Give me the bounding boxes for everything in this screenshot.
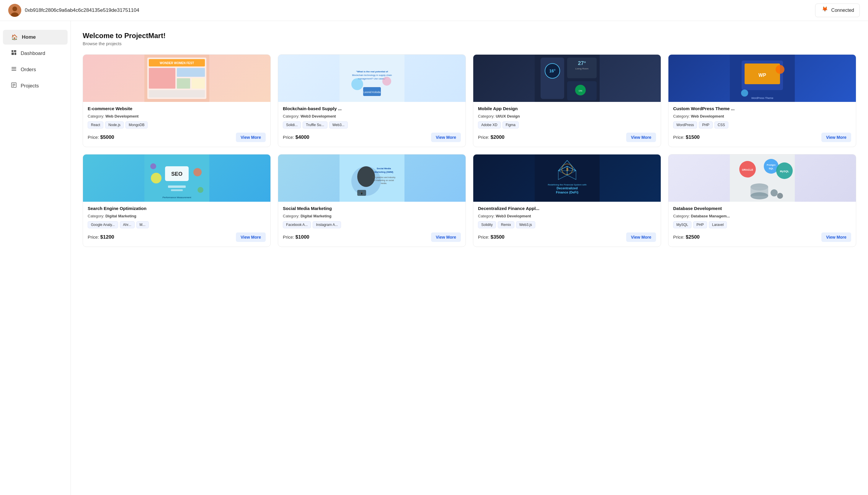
body-wrap: 🏠 Home Dashboard Ord — [0, 21, 868, 495]
project-tag: WordPress — [673, 121, 697, 129]
project-tag: Solidity — [478, 221, 496, 228]
view-more-button[interactable]: View More — [431, 233, 461, 242]
svg-rect-55 — [168, 186, 186, 188]
project-tag: CSS — [714, 121, 728, 129]
project-category: Category: Web Development — [673, 114, 851, 118]
project-tags: Facebook A...Instagram A... — [283, 221, 461, 228]
sidebar-item-dashboard[interactable]: Dashboard — [3, 46, 68, 61]
project-card: Redefining the Financial System with Dec… — [473, 154, 661, 247]
svg-point-89 — [770, 189, 778, 197]
project-image: ORACLE Postgre SQL MySQL — [669, 154, 856, 202]
svg-text:Postgre: Postgre — [767, 164, 776, 166]
project-category: Category: Web3 Development — [283, 114, 461, 118]
svg-text:27°: 27° — [578, 60, 586, 66]
home-icon: 🏠 — [11, 34, 18, 40]
svg-rect-6 — [15, 53, 16, 55]
view-more-button[interactable]: View More — [236, 133, 266, 142]
view-more-button[interactable]: View More — [626, 133, 656, 142]
price-text: Price: $2500 — [673, 234, 700, 240]
page-title: Welcome to ProjectMart! — [83, 32, 856, 40]
project-image: "What is the real potential of Blockchai… — [278, 55, 466, 102]
projects-grid: WONDER WOMEN FEST E-commerce Website Cat… — [83, 54, 856, 247]
svg-rect-5 — [12, 53, 14, 55]
main-content: Welcome to ProjectMart! Browse the proje… — [71, 21, 868, 495]
project-tags: Solidi...Truffle Su...Web3... — [283, 121, 461, 129]
svg-point-88 — [750, 192, 768, 199]
price-text: Price: $5000 — [88, 134, 114, 140]
project-tag: M... — [136, 221, 149, 228]
project-tag: Ahr... — [120, 221, 135, 228]
project-name: Search Engine Optimization — [88, 206, 266, 211]
svg-rect-12 — [12, 85, 15, 86]
project-name: Mobile App Design — [478, 106, 656, 111]
project-tags: ReactNode.jsMongoDB — [88, 121, 266, 129]
view-more-button[interactable]: View More — [821, 133, 851, 142]
svg-point-1 — [12, 6, 17, 11]
sidebar-label-home: Home — [22, 34, 36, 40]
orders-icon — [11, 66, 17, 73]
view-more-button[interactable]: View More — [236, 233, 266, 242]
view-more-button[interactable]: View More — [821, 233, 851, 242]
svg-point-45 — [776, 65, 784, 74]
svg-text:management? Use cases.": management? Use cases." — [358, 78, 386, 80]
svg-rect-7 — [12, 67, 16, 68]
project-card: SEO Performance Measurement Search Engin… — [83, 154, 271, 247]
price-text: Price: $1000 — [283, 234, 309, 240]
svg-rect-11 — [12, 84, 15, 84]
connected-button[interactable]: 🦊 Connected — [815, 3, 860, 17]
project-tag: Figma — [503, 121, 519, 129]
sidebar-label-projects: Projects — [21, 83, 39, 89]
project-body: Custom WordPress Theme ... Category: Web… — [669, 102, 856, 147]
svg-rect-19 — [177, 68, 205, 77]
svg-text:📱: 📱 — [360, 192, 363, 194]
project-tag: PHP — [693, 221, 707, 228]
svg-point-51 — [151, 173, 161, 183]
project-image: SEO Performance Measurement — [83, 154, 271, 202]
project-category: Category: Database Managem... — [673, 214, 851, 218]
svg-text:ON: ON — [579, 89, 582, 92]
svg-rect-22 — [149, 90, 205, 98]
project-name: Custom WordPress Theme ... — [673, 106, 851, 111]
sidebar-label-dashboard: Dashboard — [21, 51, 45, 56]
svg-rect-3 — [12, 50, 13, 52]
project-tag: Adobe XD — [478, 121, 501, 129]
project-tag: Google Analy... — [88, 221, 118, 228]
project-name: Decentralized Finance Appl... — [478, 206, 656, 211]
svg-text:media.: media. — [381, 182, 387, 184]
svg-text:Decentralized: Decentralized — [557, 186, 578, 190]
page-subtitle: Browse the projects — [83, 41, 856, 46]
view-more-button[interactable]: View More — [431, 133, 461, 142]
svg-rect-4 — [14, 50, 16, 52]
sidebar-item-orders[interactable]: Orders — [3, 62, 68, 77]
project-category: Category: UI/UX Design — [478, 114, 656, 118]
sidebar-item-home[interactable]: 🏠 Home — [3, 30, 68, 45]
project-card: WP WordPress Theme Custom WordPress Them… — [668, 54, 856, 147]
svg-text:Redefining the Financial Syste: Redefining the Financial System with — [548, 183, 586, 186]
price-text: Price: $1500 — [673, 134, 700, 140]
view-more-button[interactable]: View More — [626, 233, 656, 242]
connected-label: Connected — [831, 8, 854, 13]
svg-text:ORACLE: ORACLE — [742, 168, 753, 171]
svg-point-46 — [741, 89, 748, 97]
svg-rect-18 — [149, 68, 175, 89]
project-tags: Adobe XDFigma — [478, 121, 656, 129]
dashboard-icon — [11, 50, 17, 57]
svg-text:The practice and industry: The practice and industry — [372, 176, 395, 179]
project-tag: React — [88, 121, 103, 129]
header: 0xb918fc2806c9a6ab4c6c284135e519de317511… — [0, 0, 868, 21]
project-body: E-commerce Website Category: Web Develop… — [83, 102, 271, 147]
project-category: Category: Web3 Development — [478, 214, 656, 218]
sidebar-item-projects[interactable]: Projects — [3, 78, 68, 93]
projects-icon — [11, 82, 17, 89]
project-body: Social Media Marketing Category: Digital… — [278, 202, 466, 246]
project-name: Social Media Marketing — [283, 206, 461, 211]
project-card: "What is the real potential of Blockchai… — [278, 54, 466, 147]
project-tag: MongoDB — [125, 121, 147, 129]
project-tag: MySQL — [673, 221, 692, 228]
svg-point-27 — [351, 78, 363, 90]
sidebar: 🏠 Home Dashboard Ord — [0, 21, 71, 495]
svg-text:Blockchain technology in suppl: Blockchain technology in supply chain — [352, 74, 392, 76]
price-row: Price: $4000 View More — [283, 133, 461, 142]
svg-text:SEO: SEO — [171, 171, 182, 177]
svg-rect-56 — [171, 189, 183, 191]
